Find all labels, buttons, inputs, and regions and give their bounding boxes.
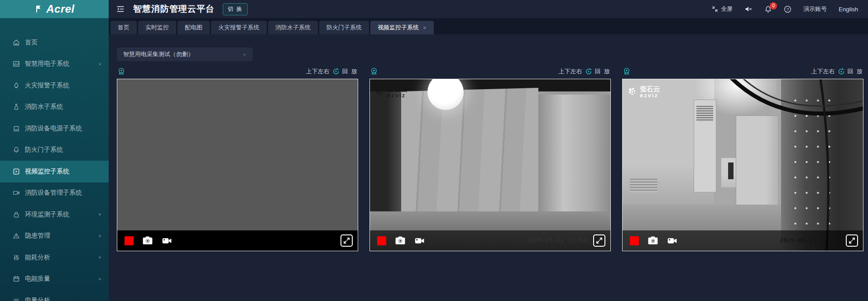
switch-button[interactable]: 切 换	[223, 3, 248, 15]
sidebar-item-label: 电量分析	[25, 296, 50, 301]
tab-bar: 首页 实时监控 配电图 火灾报警子系统 消防水子系统 防火门子系统 视频监控子系…	[109, 18, 868, 34]
fullscreen-button[interactable]	[593, 234, 605, 247]
camera-header: 上下左右 回 放	[622, 66, 863, 77]
fullscreen-label: 全屏	[721, 5, 733, 13]
video-camera-icon	[13, 189, 20, 196]
mute-button[interactable]	[744, 5, 753, 13]
app-header: Acrel 智慧消防管理云平台 切 换 全屏 0 ?	[0, 0, 868, 18]
tab-fire-door[interactable]: 防火门子系统	[319, 21, 369, 34]
ezviz-watermark: 萤石云 ezviz	[374, 86, 408, 98]
sidebar-item-fire-water[interactable]: 消防水子系统	[0, 96, 109, 118]
replay-icon[interactable]	[585, 68, 592, 75]
video-panel	[117, 79, 358, 251]
notification-badge: 0	[770, 2, 777, 10]
camera-header: 上下左右 回 放	[369, 66, 611, 77]
project-select[interactable]: 智慧用电采集测试（勿删） ∨	[117, 48, 253, 61]
tab-fire-water[interactable]: 消防水子系统	[268, 21, 318, 34]
webcam-icon	[369, 67, 379, 76]
camera-header-controls: 上下左右 回 放	[811, 67, 863, 76]
pan-control-label[interactable]: 上下左右	[306, 67, 329, 76]
watermark-cn: 萤石云	[640, 86, 660, 92]
chart-icon	[13, 60, 20, 67]
language-switch[interactable]: English	[839, 6, 858, 13]
warning-icon	[13, 232, 20, 239]
record-button[interactable]	[630, 236, 639, 245]
replay-label[interactable]: 回 放	[342, 67, 358, 76]
watermark-cn: 萤石云	[387, 86, 408, 92]
webcam-icon	[117, 67, 126, 76]
sidebar-item-fire-alarm[interactable]: 火灾报警子系统	[0, 75, 109, 96]
account-menu[interactable]: 演示账号	[803, 5, 827, 13]
fire-icon	[13, 82, 20, 89]
camera-cell-1: 上下左右 回 放	[117, 66, 358, 251]
watermark-en: ezviz	[387, 92, 408, 98]
menu-fold-icon[interactable]	[116, 5, 125, 14]
monitor-icon	[13, 125, 20, 132]
chevron-down-icon: ∨	[98, 234, 101, 238]
sidebar-item-electricity-analysis[interactable]: 电量分析	[0, 290, 109, 301]
sidebar-item-energy-analysis[interactable]: 能耗分析 ∨	[0, 247, 109, 268]
tab-video-monitor[interactable]: 视频监控子系统 ×	[370, 21, 434, 34]
page-title: 智慧消防管理云平台	[133, 3, 215, 15]
sidebar-item-label: 电能质量	[25, 275, 50, 283]
main-content: 首页 实时监控 配电图 火灾报警子系统 消防水子系统 防火门子系统 视频监控子系…	[109, 18, 868, 301]
sidebar: 首页 智慧用电子系统 ∨ 火灾报警子系统 消防水子系统 消防设备电源子系统 防火…	[0, 18, 109, 301]
video-controls	[117, 230, 358, 251]
fullscreen-icon	[711, 5, 719, 13]
sidebar-item-hazard-mgmt[interactable]: 隐患管理 ∨	[0, 225, 109, 247]
camera-cell-3: 上下左右 回 放 萤石云 ezviz 2020-05-21 17:54:	[622, 66, 863, 251]
acrel-flag-icon	[34, 5, 43, 14]
replay-label[interactable]: 回 放	[595, 67, 611, 76]
home-icon	[13, 39, 20, 46]
sidebar-item-env-monitor[interactable]: 环境监测子系统 ∨	[0, 204, 109, 225]
capture-video-button[interactable]	[162, 236, 173, 245]
video-frame	[370, 79, 610, 251]
snapshot-button[interactable]	[647, 235, 659, 246]
sidebar-item-label: 首页	[25, 38, 38, 47]
watermark-en: ezviz	[640, 92, 660, 98]
sidebar-item-fire-door[interactable]: 防火门子系统	[0, 139, 109, 161]
sidebar-item-smart-power[interactable]: 智慧用电子系统 ∨	[0, 53, 109, 75]
record-button[interactable]	[377, 236, 386, 245]
main-row: 首页 智慧用电子系统 ∨ 火灾报警子系统 消防水子系统 消防设备电源子系统 防火…	[0, 18, 868, 301]
tab-home[interactable]: 首页	[110, 21, 137, 34]
replay-label[interactable]: 回 放	[847, 67, 863, 76]
help-button[interactable]: ?	[784, 5, 791, 13]
chevron-down-icon: ∨	[98, 212, 101, 216]
video-play-icon	[13, 168, 20, 175]
tab-fire-alarm[interactable]: 火灾报警子系统	[211, 21, 267, 34]
record-button[interactable]	[125, 236, 134, 245]
lock-icon	[13, 211, 20, 218]
tab-distribution[interactable]: 配电图	[177, 21, 210, 34]
close-icon[interactable]: ×	[423, 25, 427, 31]
replay-icon[interactable]	[838, 68, 845, 75]
camera-cell-2: 上下左右 回 放 萤石云 ezviz 2020-05-21 17:54:	[369, 66, 611, 251]
sidebar-item-fire-equipment-power[interactable]: 消防设备电源子系统	[0, 118, 109, 139]
sidebar-item-fire-equipment-mgmt[interactable]: 消防设备管理子系统	[0, 182, 109, 204]
pan-control-label[interactable]: 上下左右	[811, 67, 834, 76]
pan-control-label[interactable]: 上下左右	[558, 67, 582, 76]
notifications-button[interactable]: 0	[764, 5, 772, 13]
fullscreen-button[interactable]	[340, 234, 353, 247]
expand-icon	[595, 237, 603, 244]
expand-icon	[343, 237, 350, 244]
top-bar: 智慧消防管理云平台 切 换 全屏 0 ? 演示账号 English	[109, 0, 868, 18]
snapshot-button[interactable]	[394, 235, 406, 246]
tab-realtime[interactable]: 实时监控	[138, 21, 176, 34]
capture-video-button[interactable]	[667, 236, 678, 245]
video-frame	[623, 79, 863, 251]
app-root: Acrel 智慧消防管理云平台 切 换 全屏 0 ?	[0, 0, 868, 301]
video-controls	[623, 230, 863, 251]
capture-video-button[interactable]	[414, 236, 425, 245]
snapshot-button[interactable]	[142, 235, 153, 246]
camera-grid: 上下左右 回 放 上下左右 回 放	[117, 66, 863, 251]
sidebar-item-home[interactable]: 首页	[0, 32, 109, 53]
sidebar-item-power-quality[interactable]: 电能质量 ∨	[0, 268, 109, 290]
video-panel: 萤石云 ezviz 2020-05-21 17:54:	[622, 79, 863, 251]
sidebar-item-video-monitor[interactable]: 视频监控子系统	[0, 161, 109, 182]
header-actions: 全屏 0 ? 演示账号 English	[711, 5, 858, 13]
fullscreen-toggle[interactable]: 全屏	[711, 5, 733, 13]
lines-icon	[13, 297, 20, 301]
replay-icon[interactable]	[332, 68, 340, 75]
fullscreen-button[interactable]	[846, 234, 858, 247]
